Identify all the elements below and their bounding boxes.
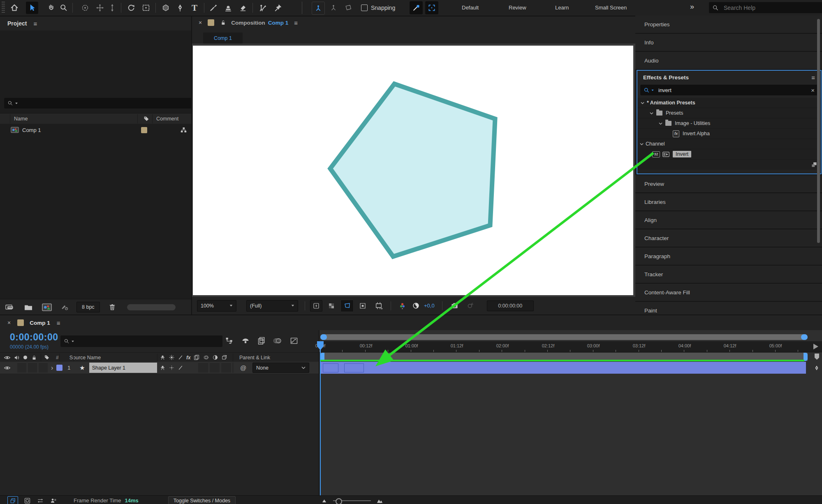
region-of-interest-button[interactable] <box>340 300 354 312</box>
viewer-timecode[interactable]: 0:00:00:00 <box>487 301 534 311</box>
comp-label-swatch[interactable] <box>208 19 214 26</box>
composition-panel-menu-icon[interactable]: ≡ <box>294 20 298 26</box>
selection-tool[interactable] <box>26 2 38 14</box>
timeline-nav-scrollbar[interactable] <box>320 334 808 340</box>
timeline-panel-menu-icon[interactable]: ≡ <box>57 320 60 326</box>
snapping-toggle[interactable]: Snapping <box>361 0 395 16</box>
sidebar-panel-content-aware-fill[interactable]: Content-Aware Fill <box>635 284 822 302</box>
channel-button[interactable] <box>397 301 408 311</box>
eraser-tool[interactable] <box>237 2 249 14</box>
sidebar-panel-libraries[interactable]: Libraries <box>635 193 822 211</box>
pick-whip-icon[interactable]: @ <box>240 364 246 371</box>
timeline-tab[interactable]: × Comp 1 ≡ <box>0 315 164 330</box>
project-search-input[interactable] <box>21 100 188 106</box>
work-area-marker-icon[interactable] <box>814 353 820 360</box>
effects-presets-menu-icon[interactable]: ≡ <box>811 74 815 81</box>
composition-panel-header[interactable]: × Composition Comp 1 ≡ <box>192 16 635 29</box>
tree-item-animation-presets[interactable]: * Animation Presets <box>637 98 821 108</box>
search-options-chevron[interactable] <box>15 102 18 104</box>
comp-mini-flowchart-icon[interactable] <box>225 337 234 345</box>
snap-box-option-icon[interactable] <box>342 2 354 14</box>
unlock-icon[interactable] <box>220 19 226 26</box>
search-options-chevron[interactable] <box>651 89 653 90</box>
zoom-tool[interactable] <box>58 2 70 14</box>
help-search-box[interactable] <box>709 2 822 13</box>
project-column-name[interactable]: Name <box>14 116 28 122</box>
effects-search-input[interactable] <box>658 87 811 94</box>
timeline-label-swatch[interactable] <box>17 319 24 326</box>
clone-stamp-tool[interactable] <box>222 2 234 14</box>
layer-visibility-eye[interactable] <box>4 365 11 371</box>
comp-mini-flowchart-button[interactable] <box>7 496 18 504</box>
project-scrollbar[interactable] <box>127 304 176 310</box>
source-name-column-label[interactable]: Source Name <box>69 355 101 361</box>
layer-label-swatch[interactable] <box>56 365 63 371</box>
sidebar-panel-character[interactable]: Character <box>635 229 822 247</box>
snap-bounds-button[interactable] <box>425 1 438 14</box>
composition-active-comp-name[interactable]: Comp 1 <box>268 20 289 26</box>
resolution-dropdown[interactable]: (Full) <box>246 300 298 312</box>
tree-item-invert-alpha[interactable]: fx Invert Alpha <box>637 129 821 139</box>
composition-viewer[interactable] <box>192 44 635 297</box>
layer-quality-switch[interactable] <box>178 365 183 371</box>
layer-collapse-switch[interactable] <box>169 365 175 371</box>
sidebar-panel-tracker[interactable]: Tracker <box>635 266 822 284</box>
tree-item-channel[interactable]: Channel <box>637 139 821 149</box>
nav-scrollbar-left-handle[interactable] <box>320 334 327 340</box>
sidebar-panel-preview[interactable]: Preview <box>635 175 822 193</box>
project-renderer-icon[interactable] <box>60 303 69 311</box>
work-area-bar[interactable] <box>320 353 808 361</box>
workspace-tab-learn[interactable]: Learn <box>555 5 569 11</box>
parent-link-column-label[interactable]: Parent & Link <box>239 355 270 361</box>
project-column-comment[interactable]: Comment <box>156 116 178 122</box>
sidebar-panel-paragraph[interactable]: Paragraph <box>635 247 822 266</box>
zoom-slider-knob[interactable] <box>336 498 342 504</box>
audio-toggle-cell[interactable] <box>17 363 26 372</box>
hand-tool[interactable] <box>45 2 58 14</box>
switch-cell[interactable] <box>210 363 220 372</box>
selected-effect-label[interactable]: Invert <box>673 151 691 157</box>
layer-row[interactable]: › 1 ★ Shape Layer 1 @ None <box>0 362 319 374</box>
layer-name[interactable]: Shape Layer 1 <box>89 363 157 373</box>
layer-out-handle-icon[interactable] <box>814 365 820 371</box>
work-area-end-handle[interactable] <box>803 353 808 361</box>
show-snapshot-button[interactable] <box>465 301 476 311</box>
brush-tool[interactable] <box>207 2 220 14</box>
tree-item-presets-folder[interactable]: Presets <box>637 108 821 118</box>
camera-tool[interactable] <box>140 2 152 14</box>
close-icon[interactable]: × <box>199 20 202 25</box>
sidebar-panel-properties[interactable]: Properties <box>635 16 822 34</box>
flowchart-icon[interactable] <box>180 127 187 133</box>
timeline-search-box[interactable] <box>60 335 222 347</box>
motion-blur-icon[interactable] <box>273 337 282 345</box>
bpc-button[interactable]: 8 bpc <box>76 302 100 312</box>
render-queue-icon[interactable] <box>50 497 57 504</box>
new-folder-icon[interactable] <box>24 303 33 311</box>
sidebar-panel-audio[interactable]: Audio <box>635 52 822 70</box>
project-panel-header[interactable]: Project ≡ <box>0 16 191 30</box>
mask-visibility-icon[interactable] <box>24 497 31 504</box>
workspace-tab-small-screen[interactable]: Small Screen <box>595 5 627 11</box>
snap-indicator-button[interactable] <box>410 1 423 14</box>
dolly-camera-tool[interactable] <box>106 2 118 14</box>
pen-tool[interactable] <box>174 2 186 14</box>
transparency-grid-button[interactable] <box>326 301 337 311</box>
help-search-input[interactable] <box>723 4 819 12</box>
snap-segment-option-icon[interactable] <box>327 2 340 14</box>
time-ruler[interactable]: 0:00f 00:12f 01:00f 01:12f 02:00f 02:12f… <box>320 341 822 352</box>
effects-presets-header[interactable]: Effects & Presets ≡ <box>637 71 821 84</box>
graph-editor-icon[interactable] <box>289 337 299 345</box>
magnification-dropdown[interactable]: 100% <box>197 300 236 312</box>
timecode-value[interactable]: 0:00:00:00 <box>10 332 58 343</box>
search-options-chevron[interactable] <box>72 340 74 342</box>
project-item-name[interactable]: Comp 1 <box>22 127 41 133</box>
playhead-line[interactable] <box>320 341 321 495</box>
sidebar-panel-align[interactable]: Align <box>635 211 822 229</box>
snap-vertex-option-icon[interactable] <box>312 2 325 15</box>
fast-previews-button[interactable] <box>310 300 322 312</box>
solo-toggle-cell[interactable] <box>28 363 37 372</box>
composition-canvas[interactable] <box>193 46 633 295</box>
draft-3d-icon[interactable] <box>241 337 250 345</box>
comp-marker-bin-icon[interactable] <box>813 343 819 350</box>
trash-icon[interactable] <box>108 303 116 311</box>
